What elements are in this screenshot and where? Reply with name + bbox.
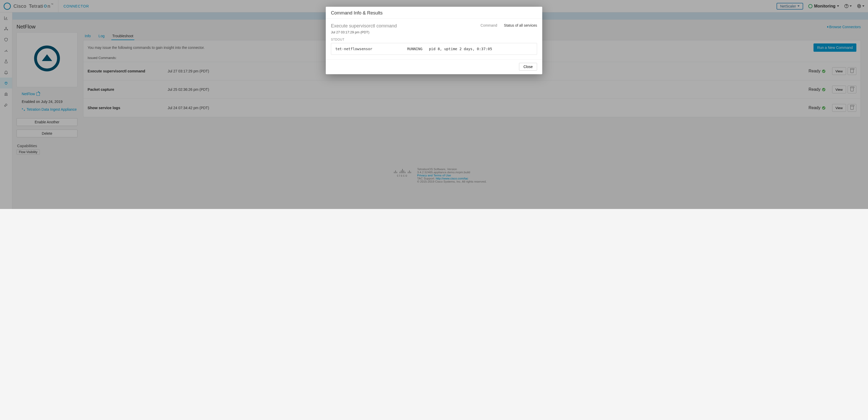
modal-tab-status[interactable]: Status of all services	[504, 23, 537, 27]
stdout-output: tet-netflowsensor RUNNING pid 8, uptime …	[331, 43, 537, 55]
modal-overlay[interactable]: Command Info & Results Execute superviso…	[0, 0, 868, 209]
modal-tab-command[interactable]: Command	[480, 23, 497, 27]
modal-command-title: Execute supervisorctl command	[331, 23, 397, 29]
command-results-modal: Command Info & Results Execute superviso…	[326, 7, 542, 74]
modal-title: Command Info & Results	[326, 7, 542, 18]
close-button[interactable]: Close	[519, 63, 537, 71]
stdout-label: STDOUT	[331, 38, 537, 41]
modal-command-timestamp: Jul 27 03:17:29 pm (PDT)	[331, 30, 397, 34]
